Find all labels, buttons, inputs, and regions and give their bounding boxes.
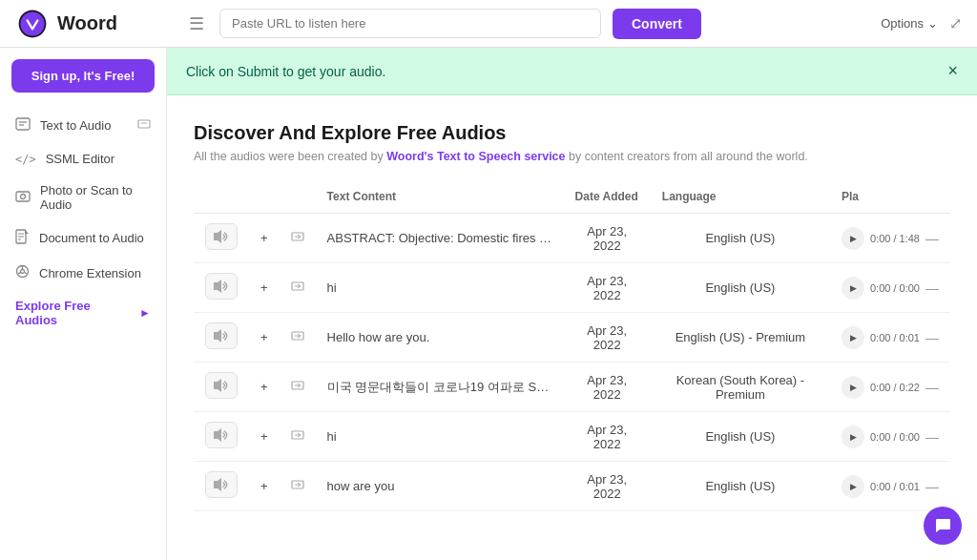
sidebar-item-ssml-editor[interactable]: </> SSML Editor xyxy=(0,143,166,175)
main-layout: Sign up, It's Free! Text to Audio </> SS… xyxy=(0,48,977,560)
plus-cell[interactable]: + xyxy=(249,214,280,263)
notice-banner: Click on Submit to get your audio. × xyxy=(167,48,977,95)
arrow-cell xyxy=(280,214,316,263)
play-button[interactable]: ▶ xyxy=(842,227,864,250)
more-options-icon[interactable]: — xyxy=(925,231,939,246)
sidebar-label-photo-scan: Photo or Scan to Audio xyxy=(40,183,151,212)
time-display: 0:00 / 1:48 xyxy=(870,233,920,244)
sidebar-item-chrome-extension[interactable]: Chrome Extension xyxy=(0,256,166,290)
plus-cell[interactable]: + xyxy=(249,363,280,412)
arrow-cell xyxy=(280,462,316,511)
speaker-cell[interactable] xyxy=(194,462,249,511)
table-row: + 미국 명문대학들이 코로나19 여파로 SA... Apr 23, 2022… xyxy=(194,363,950,412)
sidebar: Sign up, It's Free! Text to Audio </> SS… xyxy=(0,48,167,560)
language-cell: English (US) - Premium xyxy=(651,313,830,363)
text-content-cell: hi xyxy=(316,412,564,462)
speaker-cell[interactable] xyxy=(194,412,249,462)
th-arrow xyxy=(280,182,316,214)
logo-area: Woord xyxy=(15,7,177,41)
text-content-cell: Hello how are you. xyxy=(316,313,564,363)
arrow-cell xyxy=(280,412,316,462)
th-text-content: Text Content xyxy=(316,182,564,214)
play-button[interactable]: ▶ xyxy=(842,425,864,448)
time-display: 0:00 / 0:00 xyxy=(870,431,920,443)
text-content-cell: 미국 명문대학들이 코로나19 여파로 SA... xyxy=(316,363,564,412)
notice-close-button[interactable]: × xyxy=(947,61,958,81)
plus-cell[interactable]: + xyxy=(249,263,280,313)
date-cell: Apr 23, 2022 xyxy=(564,462,651,511)
svg-rect-3 xyxy=(138,120,150,128)
sidebar-item-photo-scan[interactable]: Photo or Scan to Audio xyxy=(0,175,166,220)
player-cell: ▶ 0:00 / 1:48 — xyxy=(830,214,950,263)
topbar-right: Options ⌄ ⤢ xyxy=(881,14,962,32)
more-options-icon[interactable]: — xyxy=(925,429,939,445)
time-display: 0:00 / 0:01 xyxy=(870,481,920,492)
sidebar-label-text-to-audio: Text to Audio xyxy=(40,118,111,133)
th-speaker xyxy=(194,182,249,214)
play-button[interactable]: ▶ xyxy=(842,277,864,300)
plus-cell[interactable]: + xyxy=(249,313,280,363)
player-cell: ▶ 0:00 / 0:01 — xyxy=(830,462,950,511)
th-date-added: Date Added xyxy=(564,182,651,214)
chrome-extension-icon xyxy=(15,264,30,281)
svg-point-6 xyxy=(21,194,26,198)
table-row: + Hello how are you. Apr 23, 2022 Englis… xyxy=(194,313,950,363)
page-title: Discover And Explore Free Audios xyxy=(194,122,950,144)
player-cell: ▶ 0:00 / 0:22 — xyxy=(830,363,950,412)
arrow-cell xyxy=(280,263,316,313)
content-area: Click on Submit to get your audio. × Dis… xyxy=(167,48,977,560)
play-button[interactable]: ▶ xyxy=(842,326,864,349)
text-content-cell: how are you xyxy=(316,462,564,511)
text-content-cell: ABSTRACT: Objective: Domestic fires and … xyxy=(316,214,564,263)
language-cell: English (US) xyxy=(651,214,830,263)
text-content-cell: hi xyxy=(316,263,564,313)
language-cell: English (US) xyxy=(651,263,830,313)
speaker-cell[interactable] xyxy=(194,214,249,263)
plus-cell[interactable]: + xyxy=(249,462,280,511)
date-cell: Apr 23, 2022 xyxy=(564,412,651,462)
sidebar-item-text-to-audio[interactable]: Text to Audio xyxy=(0,108,166,143)
convert-button[interactable]: Convert xyxy=(613,9,701,39)
topbar: Woord ☰ Convert Options ⌄ ⤢ xyxy=(0,0,977,48)
more-options-icon[interactable]: — xyxy=(925,380,939,395)
play-button[interactable]: ▶ xyxy=(842,376,864,399)
time-display: 0:00 / 0:22 xyxy=(870,382,920,393)
time-display: 0:00 / 0:01 xyxy=(870,332,920,343)
language-cell: Korean (South Korea) - Premium xyxy=(651,363,830,412)
date-cell: Apr 23, 2022 xyxy=(564,313,651,363)
expand-icon[interactable]: ⤢ xyxy=(949,14,962,32)
play-button[interactable]: ▶ xyxy=(842,475,864,498)
text-audio-icon xyxy=(15,116,31,135)
player-cell: ▶ 0:00 / 0:00 — xyxy=(830,263,950,313)
date-cell: Apr 23, 2022 xyxy=(564,214,651,263)
ssml-icon: </> xyxy=(15,153,36,166)
arrow-cell xyxy=(280,313,316,363)
language-cell: English (US) xyxy=(651,412,830,462)
sidebar-item-explore-free[interactable]: Explore Free Audios ► xyxy=(0,290,166,336)
speaker-cell[interactable] xyxy=(194,313,249,363)
speaker-cell[interactable] xyxy=(194,363,249,412)
chevron-down-icon: ⌄ xyxy=(927,16,938,31)
table-row: + ABSTRACT: Objective: Domestic fires an… xyxy=(194,214,950,263)
more-options-icon[interactable]: — xyxy=(925,280,939,296)
th-language: Language xyxy=(651,182,830,214)
date-cell: Apr 23, 2022 xyxy=(564,363,651,412)
options-button[interactable]: Options ⌄ xyxy=(881,16,938,31)
sidebar-label-document-audio: Document to Audio xyxy=(39,231,144,245)
signup-button[interactable]: Sign up, It's Free! xyxy=(11,59,155,93)
sidebar-label-ssml-editor: SSML Editor xyxy=(46,152,115,166)
sidebar-item-document-audio[interactable]: Document to Audio xyxy=(0,220,166,256)
plus-cell[interactable]: + xyxy=(249,412,280,462)
speaker-cell[interactable] xyxy=(194,263,249,313)
text-audio-side-icon xyxy=(137,117,151,134)
th-plus xyxy=(249,182,280,214)
more-options-icon[interactable]: — xyxy=(925,479,939,494)
url-input[interactable] xyxy=(219,9,601,38)
language-cell: English (US) xyxy=(651,462,830,511)
more-options-icon[interactable]: — xyxy=(925,330,939,345)
hamburger-icon[interactable]: ☰ xyxy=(189,13,204,34)
player-cell: ▶ 0:00 / 0:01 — xyxy=(830,313,950,363)
chat-bubble-button[interactable] xyxy=(924,507,962,545)
time-display: 0:00 / 0:00 xyxy=(870,282,920,294)
table-row: + hi Apr 23, 2022 English (US) ▶ 0:00 / … xyxy=(194,412,950,462)
